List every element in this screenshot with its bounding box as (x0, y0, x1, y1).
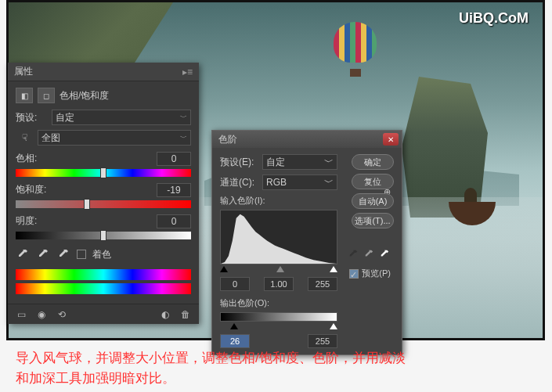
lightness-value-input[interactable]: 0 (157, 214, 191, 228)
adjustment-label: 色相/饱和度 (60, 89, 109, 102)
preset-label: 预设: (16, 111, 47, 124)
caption-line-2: 和加深工具加强明暗对比。 (16, 369, 536, 389)
chevron-down-icon: ﹀ (180, 133, 187, 143)
mask-icon[interactable]: ◻ (38, 88, 55, 103)
color-range-bar-top (16, 269, 191, 280)
preview-checkbox[interactable]: ✓ (349, 269, 359, 279)
gray-point-handle[interactable] (276, 266, 284, 272)
scope-select[interactable]: 全图 ﹀ (38, 130, 191, 146)
colorize-label: 着色 (92, 248, 111, 261)
saturation-label: 饱和度: (16, 183, 46, 197)
panel-footer: ▭ ◉ ⟲ ◐ 🗑 (8, 304, 199, 324)
panel-title[interactable]: 属性 (14, 65, 33, 78)
slider-thumb[interactable] (100, 167, 106, 178)
output-black-field[interactable]: 26 (220, 334, 250, 348)
slider-thumb[interactable] (84, 199, 90, 210)
levels-dialog: 色阶 ✕ 预设(E): 自定 ﹀ ⊕ 通道(C): RGB ﹀ 输入色阶(I): (211, 130, 402, 355)
preview-label: 预览(P) (362, 268, 391, 279)
input-white-field[interactable]: 255 (308, 277, 337, 291)
visibility-icon[interactable]: ◐ (158, 308, 172, 321)
preset-select[interactable]: 自定 ﹀ (52, 110, 191, 125)
hue-label: 色相: (16, 152, 37, 166)
clip-layer-icon[interactable]: ▭ (14, 308, 28, 321)
black-point-handle[interactable] (220, 266, 228, 272)
chevron-down-icon: ﹀ (324, 176, 334, 189)
black-eyedropper-icon[interactable] (347, 248, 359, 261)
hue-slider[interactable] (16, 169, 191, 177)
hot-air-balloon (334, 22, 377, 77)
white-point-handle[interactable] (330, 266, 337, 272)
output-gradient[interactable] (220, 312, 337, 322)
hue-value-input[interactable]: 0 (157, 152, 191, 166)
gray-eyedropper-icon[interactable] (363, 248, 375, 261)
lv-channel-label: 通道(C): (220, 176, 258, 189)
colorize-checkbox[interactable] (77, 250, 86, 259)
output-black-handle[interactable] (230, 323, 238, 329)
output-levels-label: 输出色阶(O): (220, 297, 394, 309)
chevron-down-icon: ﹀ (180, 113, 187, 123)
input-mid-field[interactable]: 1.00 (264, 277, 294, 291)
panel-tab-bar: 属性 ▸≡ (8, 63, 199, 81)
saturation-slider[interactable] (16, 200, 191, 208)
dialog-title: 色阶 (218, 133, 237, 146)
lv-preset-value: 自定 (266, 156, 285, 169)
slider-thumb[interactable] (100, 230, 106, 241)
panel-menu-icon[interactable]: ▸≡ (182, 67, 193, 77)
auto-button[interactable]: 自动(A) (352, 193, 394, 209)
ok-button[interactable]: 确定 (352, 154, 394, 170)
cancel-button[interactable]: 复位 (352, 174, 394, 189)
histogram (220, 210, 337, 264)
targeted-adjust-icon[interactable]: ☟ (16, 130, 33, 146)
saturation-value-input[interactable]: -19 (157, 183, 191, 197)
lv-preset-select[interactable]: 自定 ﹀ (262, 154, 337, 170)
instruction-caption: 导入风气球，并调整大小位置，调整色相/饱和度、色阶，并用减淡 和加深工具加强明暗… (16, 348, 536, 389)
lightness-label: 明度: (16, 214, 37, 228)
eyedropper-plus-icon[interactable] (36, 247, 50, 261)
eyedropper-icon[interactable] (16, 247, 30, 261)
output-slider-row[interactable] (220, 323, 337, 331)
scope-value: 全图 (41, 131, 60, 145)
adjustment-icon[interactable]: ◧ (16, 88, 33, 103)
reset-icon[interactable]: ⟲ (55, 308, 69, 321)
output-white-field[interactable]: 255 (308, 334, 337, 348)
trash-icon[interactable]: 🗑 (179, 308, 193, 321)
chevron-down-icon: ﹀ (324, 156, 334, 169)
hue-saturation-panel: 属性 ▸≡ ◧ ◻ 色相/饱和度 预设: 自定 ﹀ ☟ 全图 ﹀ 色相: 0 (8, 63, 199, 324)
lightness-slider[interactable] (16, 232, 191, 239)
eyedropper-minus-icon[interactable] (56, 247, 70, 261)
caption-line-1: 导入风气球，并调整大小位置，调整色相/饱和度、色阶，并用减淡 (16, 348, 536, 369)
lv-channel-select[interactable]: RGB ﹀ (262, 174, 337, 190)
dialog-titlebar[interactable]: 色阶 ✕ (212, 131, 402, 148)
input-black-field[interactable]: 0 (220, 277, 250, 291)
white-eyedropper-icon[interactable] (378, 248, 391, 261)
color-range-bar-bottom (16, 283, 191, 294)
input-slider-row[interactable] (220, 266, 337, 274)
view-previous-icon[interactable]: ◉ (34, 308, 49, 321)
preset-value: 自定 (56, 111, 74, 124)
options-button[interactable]: 选项(T)... (352, 213, 394, 228)
close-icon[interactable]: ✕ (383, 133, 399, 146)
lv-preset-label: 预设(E): (220, 156, 258, 169)
output-white-handle[interactable] (330, 323, 337, 329)
lv-channel-value: RGB (266, 177, 287, 188)
watermark-text: UiBQ.CoM (459, 10, 529, 27)
